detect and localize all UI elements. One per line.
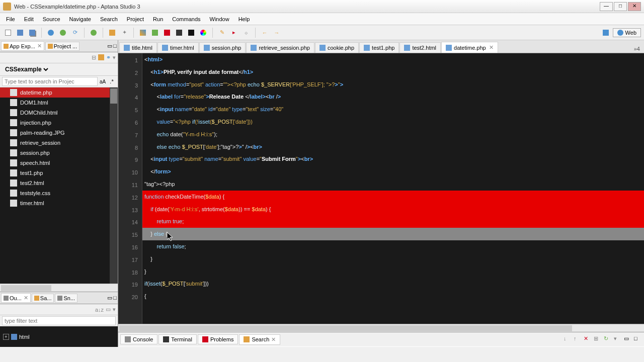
maximize-icon[interactable]: □ <box>634 335 642 343</box>
minimize-icon[interactable]: ▭ <box>624 335 632 343</box>
outline-filter-input[interactable] <box>2 316 116 325</box>
file-domchild[interactable]: DOMChild.html <box>0 108 118 118</box>
perspective-web[interactable]: Web <box>613 28 641 37</box>
file-dom1[interactable]: DOM1.html <box>0 98 118 108</box>
samples-tab[interactable]: Sa... <box>32 294 54 303</box>
globe-button[interactable] <box>46 28 56 38</box>
menu-window[interactable]: Window <box>206 15 233 24</box>
file-injection[interactable]: injection.php <box>0 118 118 128</box>
outline-tab[interactable]: Ou... ✕ <box>1 293 31 303</box>
file-test1[interactable]: test1.php <box>0 168 118 178</box>
file-teststyle[interactable]: teststyle.css <box>0 188 118 198</box>
collapse-icon[interactable]: ⊟ <box>92 54 96 61</box>
link-icon[interactable]: ⚭ <box>106 54 111 61</box>
snippets-tab[interactable]: Sn... <box>55 294 77 303</box>
file-timer[interactable]: timer.html <box>0 198 118 208</box>
scrollbar-vertical[interactable] <box>110 87 118 284</box>
sidebar-tab-app-explorer[interactable]: App Exp... ✕ <box>1 41 44 51</box>
project-selector[interactable]: CSSexample <box>0 63 118 76</box>
grid-button[interactable] <box>138 28 148 38</box>
menu-icon[interactable]: ▾ <box>614 335 622 343</box>
close-icon[interactable]: ✕ <box>37 43 42 49</box>
terminal-button[interactable] <box>186 28 196 38</box>
more-tabs[interactable]: »4 <box>631 45 643 53</box>
pencil-button[interactable]: ✎ <box>217 28 227 38</box>
sync-button[interactable]: ⟳ <box>70 28 80 38</box>
menu-commands[interactable]: Commands <box>168 15 204 24</box>
menu-source[interactable]: Source <box>39 15 64 24</box>
menu-run[interactable]: Run <box>149 15 167 24</box>
menu-edit[interactable]: Edit <box>20 15 38 24</box>
stop-button[interactable] <box>162 28 172 38</box>
close-icon[interactable]: ✕ <box>489 44 494 51</box>
menu-help[interactable]: Help <box>234 15 254 24</box>
menu-project[interactable]: Project <box>123 15 148 24</box>
maximize-button[interactable]: □ <box>614 2 627 11</box>
expand-icon[interactable]: ⊞ <box>594 335 602 343</box>
close-button[interactable]: ✕ <box>628 2 641 11</box>
menu-search[interactable]: Search <box>96 15 122 24</box>
save-button[interactable] <box>15 28 25 38</box>
console-tab[interactable]: Console <box>120 334 157 344</box>
panel-button[interactable] <box>150 28 160 38</box>
wand-button[interactable]: ✦ <box>119 28 129 38</box>
refresh-button[interactable] <box>58 28 68 38</box>
menu-file[interactable]: File <box>2 15 19 24</box>
tab-datetime[interactable]: datetime.php✕ <box>441 42 498 53</box>
menu-icon[interactable]: ▾ <box>113 306 116 313</box>
tab-cookie[interactable]: cookie.php <box>315 42 359 53</box>
file-test2[interactable]: test2.html <box>0 178 118 188</box>
menu-navigate[interactable]: Navigate <box>65 15 95 24</box>
close-icon[interactable]: ✕ <box>24 295 28 301</box>
file-session[interactable]: session.php <box>0 148 118 158</box>
maximize-icon[interactable]: □ <box>113 295 117 301</box>
outline-root[interactable]: html <box>19 334 30 340</box>
save-all-button[interactable] <box>27 28 37 38</box>
tab-session[interactable]: session.php <box>199 42 246 53</box>
color-button[interactable] <box>198 28 208 38</box>
regex-icon[interactable]: .* <box>108 77 116 85</box>
code-content[interactable]: <html> <h1>PHP, verify input date format… <box>142 53 644 324</box>
code-editor[interactable]: 1234567891011121314151617181920 <html> <… <box>118 53 644 324</box>
search-input[interactable] <box>2 77 98 86</box>
collapse-icon[interactable]: ▭ <box>106 306 111 313</box>
minimize-button[interactable]: — <box>600 2 613 11</box>
next-icon[interactable]: ↓ <box>564 335 572 343</box>
outline-tree[interactable]: + html <box>0 326 118 347</box>
terminal-tab[interactable]: Terminal <box>158 334 197 344</box>
search-tab[interactable]: Search✕ <box>239 334 280 345</box>
sidebar-tab-project[interactable]: Project ... <box>45 42 79 51</box>
tab-retrieve[interactable]: retrieve_session.php <box>246 42 314 53</box>
new-button[interactable] <box>3 28 13 38</box>
close-icon[interactable]: ✕ <box>271 336 276 343</box>
scrollbar-horizontal[interactable] <box>0 284 118 292</box>
remove-icon[interactable]: ✕ <box>584 335 592 343</box>
file-tree[interactable]: datetime.php DOM1.html DOMChild.html inj… <box>0 87 118 284</box>
folder-button[interactable] <box>107 28 117 38</box>
forward-button[interactable]: → <box>272 28 282 38</box>
problems-tab[interactable]: Problems <box>198 334 238 344</box>
file-palm[interactable]: palm-reading.JPG <box>0 128 118 138</box>
prev-icon[interactable]: ↑ <box>574 335 582 343</box>
expand-icon[interactable]: + <box>3 334 9 340</box>
tab-test1[interactable]: test1.php <box>359 42 399 53</box>
go-button[interactable]: ▸ <box>229 28 239 38</box>
project-dropdown[interactable]: CSSexample <box>3 65 50 73</box>
minimize-icon[interactable]: ▭ <box>107 43 112 49</box>
tab-test2[interactable]: test2.html <box>399 42 441 53</box>
file-datetime[interactable]: datetime.php <box>0 87 118 98</box>
perspective-switcher[interactable] <box>601 28 611 38</box>
commands-icon[interactable] <box>98 54 104 61</box>
tag-button[interactable]: ⟐ <box>241 28 251 38</box>
history-icon[interactable]: ↻ <box>604 335 612 343</box>
minimize-icon[interactable]: ▭ <box>107 295 112 301</box>
run-button[interactable] <box>89 28 99 38</box>
menu-icon[interactable]: ▾ <box>113 54 116 61</box>
tab-title[interactable]: title.html <box>119 42 157 53</box>
player-button[interactable] <box>174 28 184 38</box>
sort-icon[interactable]: a↓z <box>95 307 104 313</box>
file-retrieve[interactable]: retrieve_session <box>0 138 118 148</box>
case-sensitive-icon[interactable]: aA <box>99 77 107 85</box>
tab-timer[interactable]: timer.html <box>157 42 199 53</box>
editor-scrollbar-horizontal[interactable] <box>118 324 644 332</box>
